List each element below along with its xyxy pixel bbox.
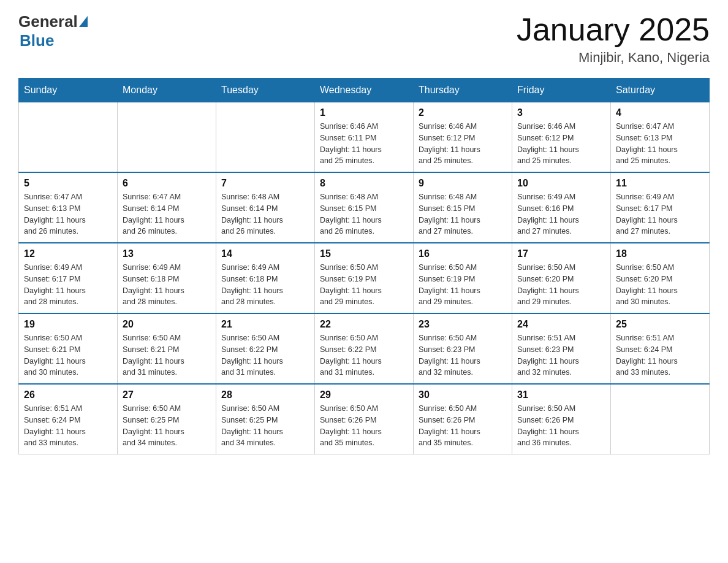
day-info: Sunrise: 6:48 AM Sunset: 6:15 PM Dayligh… xyxy=(419,191,507,237)
calendar-cell: 27Sunrise: 6:50 AM Sunset: 6:25 PM Dayli… xyxy=(118,384,216,454)
day-info: Sunrise: 6:49 AM Sunset: 6:18 PM Dayligh… xyxy=(123,262,211,308)
logo-blue-text: Blue xyxy=(20,31,54,50)
calendar-cell: 26Sunrise: 6:51 AM Sunset: 6:24 PM Dayli… xyxy=(19,384,118,454)
day-info: Sunrise: 6:50 AM Sunset: 6:25 PM Dayligh… xyxy=(123,403,211,449)
day-number: 14 xyxy=(221,248,309,259)
day-number: 8 xyxy=(320,178,408,189)
day-info: Sunrise: 6:50 AM Sunset: 6:26 PM Dayligh… xyxy=(419,403,507,449)
calendar-day-header: Monday xyxy=(118,79,216,102)
calendar-cell xyxy=(19,102,118,173)
calendar-week-row: 5Sunrise: 6:47 AM Sunset: 6:13 PM Daylig… xyxy=(19,172,710,243)
calendar-week-row: 26Sunrise: 6:51 AM Sunset: 6:24 PM Dayli… xyxy=(19,384,710,454)
day-number: 13 xyxy=(123,248,211,259)
calendar-cell xyxy=(611,384,710,454)
logo: General Blue xyxy=(18,12,88,50)
day-number: 12 xyxy=(24,248,112,259)
day-info: Sunrise: 6:50 AM Sunset: 6:26 PM Dayligh… xyxy=(320,403,408,449)
day-info: Sunrise: 6:50 AM Sunset: 6:23 PM Dayligh… xyxy=(419,332,507,378)
calendar-cell: 16Sunrise: 6:50 AM Sunset: 6:19 PM Dayli… xyxy=(414,243,512,313)
day-number: 11 xyxy=(616,178,704,189)
day-info: Sunrise: 6:46 AM Sunset: 6:12 PM Dayligh… xyxy=(419,121,507,167)
calendar-cell: 21Sunrise: 6:50 AM Sunset: 6:22 PM Dayli… xyxy=(216,313,315,384)
calendar-cell: 31Sunrise: 6:50 AM Sunset: 6:26 PM Dayli… xyxy=(512,384,611,454)
calendar-day-header: Tuesday xyxy=(216,79,315,102)
day-number: 3 xyxy=(517,107,605,118)
day-number: 15 xyxy=(320,248,408,259)
day-number: 7 xyxy=(221,178,309,189)
day-info: Sunrise: 6:46 AM Sunset: 6:11 PM Dayligh… xyxy=(320,121,408,167)
day-number: 30 xyxy=(419,389,507,400)
day-number: 27 xyxy=(123,389,211,400)
day-number: 28 xyxy=(221,389,309,400)
day-info: Sunrise: 6:50 AM Sunset: 6:20 PM Dayligh… xyxy=(517,262,605,308)
calendar-cell: 5Sunrise: 6:47 AM Sunset: 6:13 PM Daylig… xyxy=(19,172,118,243)
calendar-day-header: Wednesday xyxy=(315,79,414,102)
day-number: 1 xyxy=(320,107,408,118)
calendar-header-row: SundayMondayTuesdayWednesdayThursdayFrid… xyxy=(19,79,710,102)
day-info: Sunrise: 6:50 AM Sunset: 6:21 PM Dayligh… xyxy=(24,332,112,378)
location-text: Minjibir, Kano, Nigeria xyxy=(517,50,710,66)
calendar-cell: 22Sunrise: 6:50 AM Sunset: 6:22 PM Dayli… xyxy=(315,313,414,384)
day-info: Sunrise: 6:47 AM Sunset: 6:14 PM Dayligh… xyxy=(123,191,211,237)
day-number: 16 xyxy=(419,248,507,259)
day-info: Sunrise: 6:51 AM Sunset: 6:23 PM Dayligh… xyxy=(517,332,605,378)
calendar-week-row: 12Sunrise: 6:49 AM Sunset: 6:17 PM Dayli… xyxy=(19,243,710,313)
calendar-cell: 18Sunrise: 6:50 AM Sunset: 6:20 PM Dayli… xyxy=(611,243,710,313)
calendar-day-header: Thursday xyxy=(414,79,512,102)
calendar-day-header: Saturday xyxy=(611,79,710,102)
calendar-cell: 6Sunrise: 6:47 AM Sunset: 6:14 PM Daylig… xyxy=(118,172,216,243)
day-info: Sunrise: 6:50 AM Sunset: 6:25 PM Dayligh… xyxy=(221,403,309,449)
calendar-table: SundayMondayTuesdayWednesdayThursdayFrid… xyxy=(18,78,710,454)
calendar-cell: 12Sunrise: 6:49 AM Sunset: 6:17 PM Dayli… xyxy=(19,243,118,313)
day-info: Sunrise: 6:49 AM Sunset: 6:18 PM Dayligh… xyxy=(221,262,309,308)
day-number: 5 xyxy=(24,178,112,189)
calendar-cell: 9Sunrise: 6:48 AM Sunset: 6:15 PM Daylig… xyxy=(414,172,512,243)
day-number: 25 xyxy=(616,319,704,330)
calendar-day-header: Friday xyxy=(512,79,611,102)
day-number: 6 xyxy=(123,178,211,189)
day-info: Sunrise: 6:50 AM Sunset: 6:22 PM Dayligh… xyxy=(320,332,408,378)
calendar-cell: 2Sunrise: 6:46 AM Sunset: 6:12 PM Daylig… xyxy=(414,102,512,173)
day-info: Sunrise: 6:51 AM Sunset: 6:24 PM Dayligh… xyxy=(616,332,704,378)
logo-triangle-icon xyxy=(79,16,88,27)
day-info: Sunrise: 6:48 AM Sunset: 6:15 PM Dayligh… xyxy=(320,191,408,237)
day-number: 17 xyxy=(517,248,605,259)
day-number: 26 xyxy=(24,389,112,400)
day-number: 22 xyxy=(320,319,408,330)
day-info: Sunrise: 6:50 AM Sunset: 6:20 PM Dayligh… xyxy=(616,262,704,308)
calendar-cell: 4Sunrise: 6:47 AM Sunset: 6:13 PM Daylig… xyxy=(611,102,710,173)
day-number: 31 xyxy=(517,389,605,400)
day-info: Sunrise: 6:46 AM Sunset: 6:12 PM Dayligh… xyxy=(517,121,605,167)
calendar-cell: 30Sunrise: 6:50 AM Sunset: 6:26 PM Dayli… xyxy=(414,384,512,454)
day-number: 23 xyxy=(419,319,507,330)
calendar-cell: 10Sunrise: 6:49 AM Sunset: 6:16 PM Dayli… xyxy=(512,172,611,243)
day-info: Sunrise: 6:49 AM Sunset: 6:16 PM Dayligh… xyxy=(517,191,605,237)
day-info: Sunrise: 6:50 AM Sunset: 6:21 PM Dayligh… xyxy=(123,332,211,378)
calendar-cell: 25Sunrise: 6:51 AM Sunset: 6:24 PM Dayli… xyxy=(611,313,710,384)
logo-general-text: General xyxy=(18,12,78,31)
day-info: Sunrise: 6:50 AM Sunset: 6:19 PM Dayligh… xyxy=(419,262,507,308)
calendar-cell: 23Sunrise: 6:50 AM Sunset: 6:23 PM Dayli… xyxy=(414,313,512,384)
calendar-day-header: Sunday xyxy=(19,79,118,102)
calendar-cell: 20Sunrise: 6:50 AM Sunset: 6:21 PM Dayli… xyxy=(118,313,216,384)
calendar-cell xyxy=(216,102,315,173)
day-number: 29 xyxy=(320,389,408,400)
day-info: Sunrise: 6:51 AM Sunset: 6:24 PM Dayligh… xyxy=(24,403,112,449)
day-number: 18 xyxy=(616,248,704,259)
calendar-cell: 28Sunrise: 6:50 AM Sunset: 6:25 PM Dayli… xyxy=(216,384,315,454)
day-number: 19 xyxy=(24,319,112,330)
calendar-cell: 24Sunrise: 6:51 AM Sunset: 6:23 PM Dayli… xyxy=(512,313,611,384)
day-number: 10 xyxy=(517,178,605,189)
day-info: Sunrise: 6:48 AM Sunset: 6:14 PM Dayligh… xyxy=(221,191,309,237)
day-info: Sunrise: 6:50 AM Sunset: 6:19 PM Dayligh… xyxy=(320,262,408,308)
calendar-cell xyxy=(118,102,216,173)
calendar-cell: 19Sunrise: 6:50 AM Sunset: 6:21 PM Dayli… xyxy=(19,313,118,384)
calendar-cell: 8Sunrise: 6:48 AM Sunset: 6:15 PM Daylig… xyxy=(315,172,414,243)
day-info: Sunrise: 6:47 AM Sunset: 6:13 PM Dayligh… xyxy=(616,121,704,167)
day-info: Sunrise: 6:50 AM Sunset: 6:22 PM Dayligh… xyxy=(221,332,309,378)
title-section: January 2025 Minjibir, Kano, Nigeria xyxy=(517,12,710,66)
day-number: 9 xyxy=(419,178,507,189)
calendar-week-row: 19Sunrise: 6:50 AM Sunset: 6:21 PM Dayli… xyxy=(19,313,710,384)
calendar-cell: 11Sunrise: 6:49 AM Sunset: 6:17 PM Dayli… xyxy=(611,172,710,243)
calendar-cell: 15Sunrise: 6:50 AM Sunset: 6:19 PM Dayli… xyxy=(315,243,414,313)
